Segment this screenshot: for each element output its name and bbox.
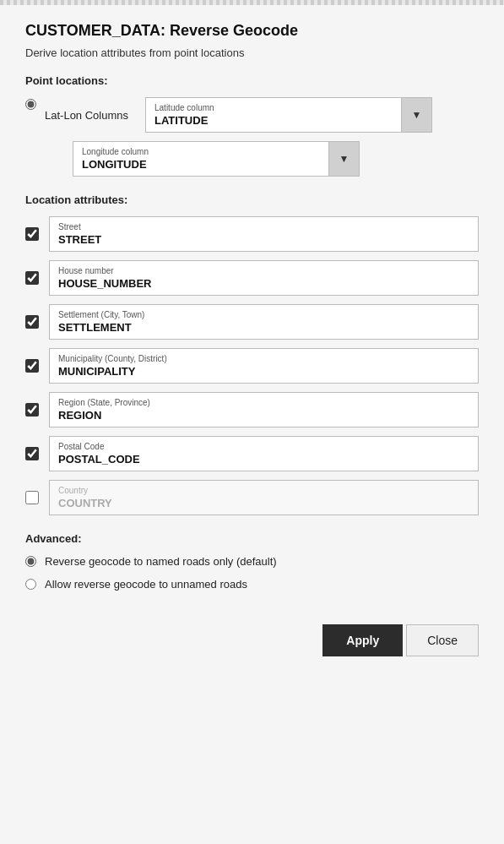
attr-checkbox-house-number[interactable] [25, 271, 39, 285]
dialog-subtitle: Derive location attributes from point lo… [25, 46, 479, 59]
apply-button[interactable]: Apply [322, 624, 403, 656]
attr-row-house-number: House number HOUSE_NUMBER [25, 260, 479, 296]
attr-row-settlement: Settlement (City, Town) SETTLEMENT [25, 304, 479, 340]
advanced-radio-row-unnamed: Allow reverse geocode to unnamed roads [25, 578, 479, 591]
attr-field-municipality: Municipality (County, District) MUNICIPA… [49, 348, 479, 384]
location-attributes-section: Location attributes: Street STREET House… [25, 193, 479, 515]
named-roads-radio[interactable] [25, 556, 36, 567]
unnamed-roads-label: Allow reverse geocode to unnamed roads [45, 578, 247, 591]
close-button[interactable]: Close [406, 624, 479, 656]
attr-field-region: Region (State, Province) REGION [49, 392, 479, 427]
longitude-arrow-icon[interactable]: ▼ [328, 142, 359, 176]
advanced-radio-row-named: Reverse geocode to named roads only (def… [25, 555, 479, 568]
lat-lon-radio[interactable] [25, 99, 36, 110]
unnamed-roads-radio[interactable] [25, 579, 36, 590]
dialog-title: CUSTOMER_DATA: Reverse Geocode [25, 22, 479, 40]
point-locations-section: Point locations: Lat-Lon Columns Latitud… [25, 74, 479, 177]
attr-field-settlement: Settlement (City, Town) SETTLEMENT [49, 304, 479, 340]
lat-lon-text: Lat-Lon Columns [45, 109, 128, 122]
attr-row-postal-code: Postal Code POSTAL_CODE [25, 436, 479, 471]
point-locations-label: Point locations: [25, 74, 479, 87]
attr-checkbox-settlement[interactable] [25, 315, 39, 329]
latitude-arrow-icon[interactable]: ▼ [401, 98, 431, 132]
attr-checkbox-country[interactable] [25, 491, 39, 504]
advanced-label: Advanced: [25, 532, 479, 545]
longitude-value: LONGITUDE [82, 158, 320, 171]
attr-field-postal-code: Postal Code POSTAL_CODE [49, 436, 479, 471]
attr-checkbox-postal-code[interactable] [25, 447, 39, 460]
attr-row-region: Region (State, Province) REGION [25, 392, 479, 427]
latitude-value: LATITUDE [154, 114, 393, 127]
longitude-row: Longitude column LONGITUDE ▼ [73, 141, 479, 177]
advanced-section: Advanced: Reverse geocode to named roads… [25, 532, 479, 591]
attr-checkbox-street[interactable] [25, 227, 39, 241]
lat-lon-label: Lat-Lon Columns Latitude column LATITUDE… [45, 97, 432, 133]
location-attributes-label: Location attributes: [25, 193, 479, 206]
dropdowns-col: Lat-Lon Columns Latitude column LATITUDE… [45, 97, 432, 133]
longitude-label: Longitude column [82, 147, 320, 156]
latitude-dropdown[interactable]: Latitude column LATITUDE ▼ [145, 97, 432, 133]
longitude-dropdown[interactable]: Longitude column LONGITUDE ▼ [73, 141, 360, 177]
attr-row-street: Street STREET [25, 216, 479, 252]
dialog-container: CUSTOMER_DATA: Reverse Geocode Derive lo… [0, 5, 504, 844]
attr-row-country: Country COUNTRY [25, 480, 479, 515]
lat-lon-radio-row: Lat-Lon Columns Latitude column LATITUDE… [25, 97, 479, 133]
attr-field-country: Country COUNTRY [49, 480, 479, 515]
named-roads-label: Reverse geocode to named roads only (def… [45, 555, 277, 568]
attr-row-municipality: Municipality (County, District) MUNICIPA… [25, 348, 479, 384]
attr-field-house-number: House number HOUSE_NUMBER [49, 260, 479, 296]
attr-checkbox-municipality[interactable] [25, 359, 39, 373]
attr-field-street: Street STREET [49, 216, 479, 252]
latitude-label: Latitude column [154, 103, 393, 112]
attr-checkbox-region[interactable] [25, 403, 39, 417]
button-row: Apply Close [25, 624, 479, 656]
